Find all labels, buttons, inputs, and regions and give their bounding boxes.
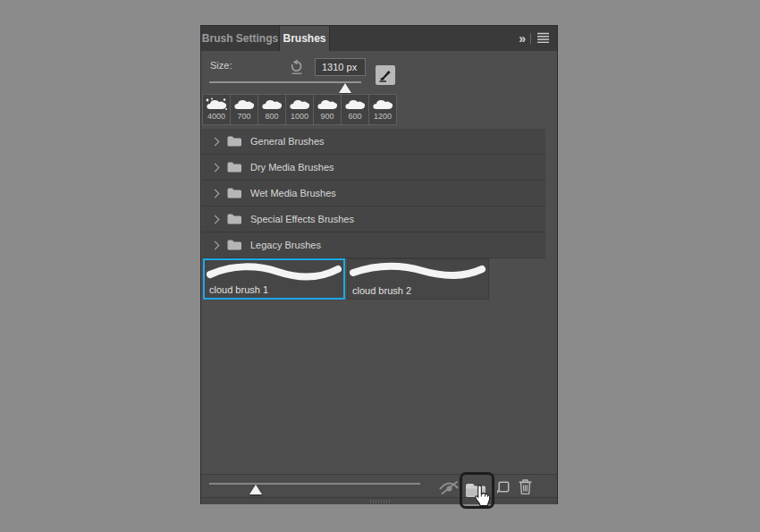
create-new-brush-button[interactable] [496,481,510,498]
chevron-right-icon[interactable] [211,215,220,224]
brush-stroke-preview [348,259,486,283]
chevron-right-icon[interactable] [211,163,220,172]
brush-group-legacy[interactable]: Legacy Brushes [202,232,545,258]
preset-size-label: 1000 [291,112,308,121]
folder-icon [227,214,241,224]
chevron-right-icon[interactable] [211,241,220,249]
brush-group-wet-media[interactable]: Wet Media Brushes [202,181,545,207]
brush-group-label: Dry Media Brushes [250,162,334,173]
brush-group-label: Special Effects Brushes [250,214,354,224]
cloud-brush-icon [233,97,255,111]
panel-footer [201,474,557,497]
panel-resize-grip[interactable] [370,500,390,503]
brush-group-list: General Brushes Dry Media Brushes Wet Me… [202,129,545,258]
cloud-brush-icon [261,97,283,111]
preview-size-slider-track[interactable] [209,483,420,485]
cloud-brush-icon [289,97,310,111]
brush-group-special-effects[interactable]: Special Effects Brushes [202,207,545,232]
brush-tile-label: cloud brush 1 [209,284,268,295]
size-value-input[interactable]: 1310 px [315,58,366,76]
delete-brush-button[interactable] [519,479,532,498]
splatter-brush-icon [206,97,227,111]
size-label: Size: [210,60,232,71]
brush-tile-cloud-brush-1[interactable]: cloud brush 1 [203,258,345,300]
panel-tab-bar: Brush Settings Brushes » [201,26,557,51]
cloud-brush-icon [372,97,393,111]
brush-preset-tile[interactable]: 1200 [368,94,397,125]
tabbar-divider [530,33,531,44]
brush-preset-tile[interactable]: 600 [341,94,369,125]
brush-group-dry-media[interactable]: Dry Media Brushes [202,155,545,181]
brush-preset-tile[interactable]: 800 [258,94,286,125]
brush-tip-toggle-button[interactable] [376,65,395,85]
preset-size-label: 700 [237,112,250,121]
collapse-panel-icon[interactable]: » [519,32,525,45]
brush-preset-tile[interactable]: 4000 [202,94,231,125]
new-brush-icon [496,481,510,494]
tab-brush-settings-label: Brush Settings [202,32,278,45]
custom-brush-row: cloud brush 1 cloud brush 2 [203,258,491,300]
preset-size-label: 600 [348,112,361,121]
brush-tile-cloud-brush-2[interactable]: cloud brush 2 [347,258,489,300]
folder-icon [227,188,241,198]
preview-size-slider-thumb[interactable] [249,485,262,494]
toggle-brush-preview-icon[interactable] [437,480,460,499]
reset-size-icon[interactable] [289,59,305,75]
chevron-right-icon[interactable] [211,137,220,146]
brush-group-label: General Brushes [250,136,325,147]
tab-brush-settings[interactable]: Brush Settings [201,26,279,51]
tabbar-right-controls: » [519,26,557,51]
cloud-brush-icon [344,97,366,111]
chevron-right-icon[interactable] [211,189,220,198]
preset-size-label: 900 [320,112,334,121]
folder-icon [227,162,241,173]
preset-size-label: 800 [265,112,278,121]
tab-brushes-label: Brushes [283,32,325,45]
brush-group-label: Legacy Brushes [250,240,321,250]
cloud-brush-icon [317,97,338,111]
tab-brushes[interactable]: Brushes [279,26,330,51]
brush-preset-tile[interactable]: 700 [230,94,258,125]
hand-cursor-icon [473,484,493,511]
brushes-panel: Brush Settings Brushes » Size: [200,25,558,504]
folder-icon [227,240,241,250]
brush-tile-label: cloud brush 2 [352,285,411,296]
brush-group-label: Wet Media Brushes [250,188,336,198]
brush-preset-tile[interactable]: 900 [313,94,342,125]
size-slider-thumb[interactable] [339,83,351,93]
trash-icon [519,479,532,494]
folder-icon [227,136,241,147]
brush-icon [378,68,393,82]
brush-group-general[interactable]: General Brushes [202,129,545,155]
panel-bottom-strip [201,497,557,504]
brush-preset-tile[interactable]: 1000 [285,94,314,125]
recent-brushes-strip: 4000 700 800 1000 900 600 1200 [202,94,396,125]
panel-menu-icon[interactable] [536,30,550,46]
preset-size-label: 1200 [374,112,392,121]
brush-stroke-preview [205,260,343,283]
preset-size-label: 4000 [207,112,225,121]
